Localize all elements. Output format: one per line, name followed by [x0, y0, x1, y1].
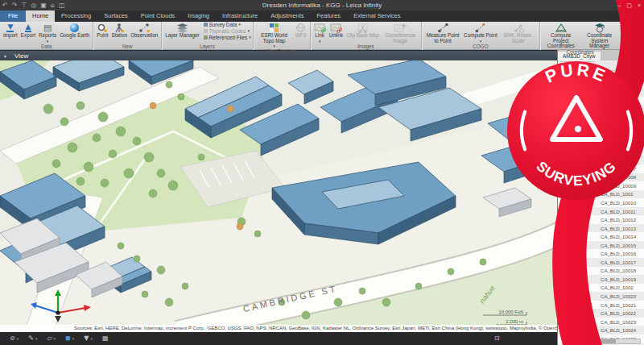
ribbon-group-new: Point Station Observation New	[93, 22, 162, 50]
scrollbar-thumb[interactable]	[595, 339, 616, 343]
survey-data-menu[interactable]: Survey Data ▾	[204, 22, 251, 27]
year-cell: 2013	[558, 106, 601, 112]
filter-funnel-icon[interactable]	[573, 63, 579, 69]
tab-features[interactable]: Features	[311, 10, 348, 22]
building-table[interactable]: 2013 CA_BLD_1 2013 CA_BLD_10 2013 CA_BLD…	[558, 71, 644, 345]
table-row[interactable]: 2013 CA_BLD_100	[558, 88, 644, 97]
table-row[interactable]: 2013 CA_BLD_10000	[558, 105, 644, 114]
esri-world-topo-map-button[interactable]: ESRI World Topo Map ▾	[255, 22, 294, 48]
coordinate-system-manager-button[interactable]: Coordinate System Manager	[580, 22, 619, 49]
collapse-arrow-icon[interactable]: ▾	[4, 53, 6, 59]
referenced-files-icon	[204, 35, 208, 39]
horizontal-scrollbar[interactable]	[594, 339, 641, 344]
table-row[interactable]: 2013 CA_BLD_10013	[558, 224, 644, 233]
clip-base-map-icon	[357, 23, 369, 33]
building-id-cell: CA_BLD_10010	[601, 200, 636, 206]
clip-base-map-button[interactable]: Clip Base Map	[345, 22, 381, 39]
tab-imaging[interactable]: Imaging	[181, 10, 216, 22]
tab-surfaces[interactable]: Surfaces	[97, 10, 134, 22]
svg-text:10,000 Fuß: 10,000 Fuß	[498, 310, 523, 314]
table-row[interactable]: 2013 CA_BLD_10011	[558, 207, 644, 216]
table-row[interactable]: 2013 CA_BLD_10020	[558, 292, 644, 301]
column-filter-input[interactable]	[584, 61, 594, 70]
export-button[interactable]: ▲ Export	[19, 22, 37, 39]
grid-view-icon: ▦	[102, 332, 109, 345]
thematic-codes-menu[interactable]: Thematic Codes ▾	[204, 28, 251, 34]
table-row[interactable]: 2013 CA_BLD_10018	[558, 267, 644, 276]
georeference-image-button[interactable]: Georeference Image	[381, 22, 419, 44]
google-earth-button[interactable]: Google Earth	[58, 22, 91, 39]
unlink-image-button[interactable]: Unlink	[328, 22, 345, 39]
filter-tool[interactable]: ▼▾	[84, 332, 93, 345]
referenced-files-menu[interactable]: Referenced Files ▾	[204, 35, 251, 40]
building-id-cell: CA_BLD_1	[601, 73, 625, 78]
tab-adjustments[interactable]: Adjustments	[264, 10, 310, 22]
table-row[interactable]: 2013 CA_BLD_1001	[558, 190, 644, 199]
tab-file[interactable]: File	[0, 10, 26, 22]
view-3d-toggle[interactable]: ◼▾	[65, 332, 74, 345]
svg-text:2,000 m: 2,000 m	[506, 319, 523, 324]
tab-home[interactable]: Home	[26, 10, 55, 22]
measure-point-to-point-button[interactable]: Measure Point to Point	[423, 22, 462, 44]
table-row[interactable]: 2013 CA_BLD_10003	[558, 131, 644, 139]
table-row[interactable]: 2013 CA_BLD_10022	[558, 309, 644, 318]
table-row[interactable]: 2013 CA_BLD_10024	[558, 326, 644, 335]
table-row[interactable]: 2013 CA_BLD_10017	[558, 258, 644, 267]
wfs-button[interactable]: WFS	[294, 22, 308, 39]
compute-point-button[interactable]: Compute Point ▾	[462, 22, 499, 44]
table-row[interactable]: 2013 CA_BLD_10012	[558, 215, 644, 224]
shift-rotate-scale-button[interactable]: Shift, Rotate, Scale	[499, 22, 538, 44]
building-id-cell: CA_BLD_10003	[601, 132, 636, 138]
window-mark[interactable]: ⊡	[494, 332, 500, 345]
table-row[interactable]: 2013 CA_BLD_10010	[558, 198, 644, 207]
tab-external-services[interactable]: External Services	[347, 10, 407, 22]
table-row[interactable]: 2013 CA_BLD_10009	[558, 181, 644, 190]
selection-filter-tool[interactable]: ⊘▾	[10, 332, 19, 345]
table-row[interactable]: 2013 CA_BLD_10	[558, 80, 644, 89]
link-image-button[interactable]: Link ▾	[312, 22, 328, 44]
grid-view-toggle[interactable]: ▦	[102, 332, 109, 345]
building-id-cell: CA_BLD_10001	[601, 115, 636, 121]
table-row[interactable]: 2013 CA_BLD_10002	[558, 122, 644, 131]
new-station-button[interactable]: Station	[110, 22, 130, 39]
maximize-button[interactable]: ▢	[626, 0, 632, 10]
table-row[interactable]: 2013 CA_BLD_10001	[558, 114, 644, 123]
new-observation-button[interactable]: Observation	[129, 22, 159, 39]
table-row[interactable]: 2013 CA_BLD_10004	[558, 139, 644, 148]
year-cell: 2013	[558, 310, 601, 316]
minimize-button[interactable]: –	[617, 0, 621, 10]
table-row[interactable]: 2013 CA_BLD_10007	[558, 164, 644, 173]
panel-filter-row: g_id	[558, 60, 644, 71]
table-row[interactable]: 2013 CA_BLD_10023	[558, 318, 644, 326]
stamp-tool[interactable]: ▱▾	[47, 332, 56, 345]
map-3d-view[interactable]: CAMBRIDGE ST nahue 10,000 Fuß 2,000 m So…	[0, 60, 557, 332]
close-button[interactable]: ×	[638, 0, 641, 10]
table-row[interactable]: 2013 CA_BLD_10014	[558, 232, 644, 241]
table-row[interactable]: 2013 CA_BLD_10021	[558, 301, 644, 310]
draw-tool[interactable]: ✎▾	[28, 332, 37, 345]
table-row[interactable]: 2013 CA_BLD_1000	[558, 97, 644, 106]
table-row[interactable]: 2013 CA_BLD_1002	[558, 284, 644, 293]
filter-funnel-icon[interactable]	[586, 63, 592, 69]
tab-point-clouds[interactable]: Point Clouds	[134, 10, 182, 22]
compute-project-coordinates-button[interactable]: Compute Project Coordinates	[542, 22, 580, 49]
table-row[interactable]: 2013 CA_BLD_1	[558, 71, 644, 80]
building-id-cell: CA_BLD_10013	[601, 226, 636, 231]
layer-manager-button[interactable]: Layer Manager	[163, 22, 200, 39]
table-row[interactable]: 2013 CA_BLD_10006	[558, 156, 644, 164]
new-point-button[interactable]: Point	[95, 22, 109, 39]
table-row[interactable]: 2013 CA_BLD_10008	[558, 173, 644, 182]
map-canvas[interactable]: CAMBRIDGE ST nahue 10,000 Fuß 2,000 m	[0, 60, 557, 332]
status-bar: ⊘▾ ✎▾ ▱▾ ◼▾ ▼▾ ▦ ⊡	[0, 332, 557, 345]
dropdown-arrow-icon: ▾	[480, 39, 482, 44]
table-row[interactable]: 2013 CA_BLD_10016	[558, 249, 644, 258]
table-row[interactable]: 2013 CA_BLD_10015	[558, 241, 644, 250]
column-filter-input[interactable]: g_id	[560, 61, 581, 70]
reports-button[interactable]: ▤ Reports ▾	[37, 22, 58, 44]
table-row[interactable]: 2013 CA_BLD_10019	[558, 275, 644, 284]
table-row[interactable]: 2013 CA_BLD_10005	[558, 148, 644, 156]
import-button[interactable]: ▼ Import	[2, 22, 19, 39]
tab-infrastructure[interactable]: Infrastructure	[216, 10, 264, 22]
tab-processing[interactable]: Processing	[55, 10, 97, 22]
thematic-codes-icon	[204, 29, 208, 33]
